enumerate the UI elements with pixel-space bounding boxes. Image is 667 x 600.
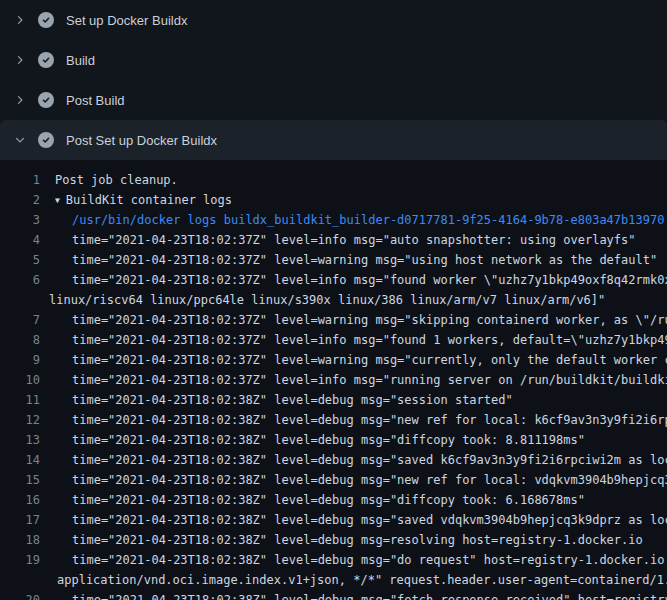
log-message-text: Post job cleanup. (55, 170, 178, 190)
step-row-set-up-docker-buildx[interactable]: Set up Docker Buildx (0, 0, 667, 40)
log-message-text: time="2021-04-23T18:02:38Z" level=debug … (72, 590, 667, 600)
log-line: 13time="2021-04-23T18:02:38Z" level=debu… (0, 430, 667, 450)
log-line: 17time="2021-04-23T18:02:38Z" level=debu… (0, 510, 667, 530)
step-title: Build (66, 53, 95, 68)
log-message-text: time="2021-04-23T18:02:38Z" level=debug … (72, 490, 585, 510)
log-line-number[interactable]: 20 (0, 590, 40, 600)
step-title: Post Build (66, 93, 125, 108)
log-line-number[interactable]: 14 (0, 450, 40, 470)
log-line-number[interactable]: 10 (0, 370, 40, 390)
log-line-number[interactable]: 17 (0, 510, 40, 530)
log-message-text: time="2021-04-23T18:02:38Z" level=debug … (72, 430, 585, 450)
chevron-right-icon (12, 92, 28, 108)
log-message-text: time="2021-04-23T18:02:37Z" level=info m… (72, 270, 667, 290)
log-line: 7time="2021-04-23T18:02:37Z" level=warni… (0, 310, 667, 330)
chevron-right-icon (12, 52, 28, 68)
log-line: 19time="2021-04-23T18:02:38Z" level=debu… (0, 550, 667, 570)
log-message-text: time="2021-04-23T18:02:37Z" level=info m… (72, 370, 667, 390)
log-line-number[interactable]: 18 (0, 530, 40, 550)
log-line-continuation: application/vnd.oci.image.index.v1+json,… (0, 570, 667, 590)
log-line-number[interactable]: 3 (0, 210, 40, 230)
log-line: 14time="2021-04-23T18:02:38Z" level=debu… (0, 450, 667, 470)
log-line-number[interactable]: 5 (0, 250, 40, 270)
step-row-build[interactable]: Build (0, 40, 667, 80)
log-line-number[interactable]: 7 (0, 310, 40, 330)
step-title: Post Set up Docker Buildx (66, 133, 217, 148)
check-circle-icon (38, 12, 54, 28)
log-message-text: time="2021-04-23T18:02:37Z" level=info m… (72, 230, 636, 250)
log-line-number[interactable]: 4 (0, 230, 40, 250)
log-message-text: time="2021-04-23T18:02:37Z" level=warnin… (72, 350, 667, 370)
log-line: 12time="2021-04-23T18:02:38Z" level=debu… (0, 410, 667, 430)
log-message-text: time="2021-04-23T18:02:38Z" level=debug … (72, 510, 667, 530)
log-message-text: time="2021-04-23T18:02:38Z" level=debug … (72, 410, 667, 430)
log-line: 9time="2021-04-23T18:02:37Z" level=warni… (0, 350, 667, 370)
log-line: 6time="2021-04-23T18:02:37Z" level=info … (0, 270, 667, 290)
log-line: 18time="2021-04-23T18:02:38Z" level=debu… (0, 530, 667, 550)
log-line-number[interactable]: 6 (0, 270, 40, 290)
log-message-text: time="2021-04-23T18:02:37Z" level=info m… (72, 330, 667, 350)
log-line: 10time="2021-04-23T18:02:37Z" level=info… (0, 370, 667, 390)
log-message-text: time="2021-04-23T18:02:37Z" level=warnin… (72, 310, 667, 330)
log-line: 15time="2021-04-23T18:02:38Z" level=debu… (0, 470, 667, 490)
log-line-number[interactable]: 1 (0, 170, 40, 190)
log-line-number (0, 290, 40, 310)
check-circle-icon (38, 52, 54, 68)
log-line: 11time="2021-04-23T18:02:38Z" level=debu… (0, 390, 667, 410)
log-line-number (0, 570, 40, 590)
log-line: 1Post job cleanup. (0, 170, 667, 190)
log-line-number[interactable]: 2 (0, 190, 40, 210)
log-group-toggle[interactable]: ▼BuildKit container logs (55, 190, 232, 210)
log-line: 4time="2021-04-23T18:02:37Z" level=info … (0, 230, 667, 250)
log-line-number[interactable]: 11 (0, 390, 40, 410)
step-row-post-set-up-docker-buildx[interactable]: Post Set up Docker Buildx (0, 120, 667, 160)
log-message-text: time="2021-04-23T18:02:38Z" level=debug … (72, 550, 667, 570)
log-message-text: time="2021-04-23T18:02:37Z" level=warnin… (72, 250, 657, 270)
log-line-continuation: linux/riscv64 linux/ppc64le linux/s390x … (0, 290, 667, 310)
check-circle-icon (38, 92, 54, 108)
log-line-number[interactable]: 15 (0, 470, 40, 490)
log-message-text: time="2021-04-23T18:02:38Z" level=debug … (72, 530, 643, 550)
log-message-text: linux/riscv64 linux/ppc64le linux/s390x … (49, 290, 605, 310)
log-line-number[interactable]: 12 (0, 410, 40, 430)
steps-list: Set up Docker BuildxBuildPost BuildPost … (0, 0, 667, 160)
log-message-text: time="2021-04-23T18:02:38Z" level=debug … (72, 390, 513, 410)
log-line-number[interactable]: 9 (0, 350, 40, 370)
log-message-text: time="2021-04-23T18:02:38Z" level=debug … (72, 470, 667, 490)
check-circle-icon (38, 132, 54, 148)
log-command-text: /usr/bin/docker logs buildx_buildkit_bui… (72, 210, 664, 230)
log-line-number[interactable]: 19 (0, 550, 40, 570)
log-pane: 1Post job cleanup.2▼BuildKit container l… (0, 160, 667, 600)
log-line: 8time="2021-04-23T18:02:37Z" level=info … (0, 330, 667, 350)
log-line: 16time="2021-04-23T18:02:38Z" level=debu… (0, 490, 667, 510)
log-line: 2▼BuildKit container logs (0, 190, 667, 210)
step-row-post-build[interactable]: Post Build (0, 80, 667, 120)
triangle-down-icon: ▼ (55, 191, 60, 211)
log-message-text: application/vnd.oci.image.index.v1+json,… (57, 570, 667, 590)
log-line: 5time="2021-04-23T18:02:37Z" level=warni… (0, 250, 667, 270)
chevron-right-icon (12, 12, 28, 28)
log-line: 3/usr/bin/docker logs buildx_buildkit_bu… (0, 210, 667, 230)
log-group-label: BuildKit container logs (66, 193, 232, 207)
chevron-down-icon (12, 132, 28, 148)
log-line-number[interactable]: 8 (0, 330, 40, 350)
log-message-text: time="2021-04-23T18:02:38Z" level=debug … (72, 450, 667, 470)
log-line-number[interactable]: 13 (0, 430, 40, 450)
log-line-number[interactable]: 16 (0, 490, 40, 510)
step-title: Set up Docker Buildx (66, 13, 187, 28)
log-line: 20time="2021-04-23T18:02:38Z" level=debu… (0, 590, 667, 600)
